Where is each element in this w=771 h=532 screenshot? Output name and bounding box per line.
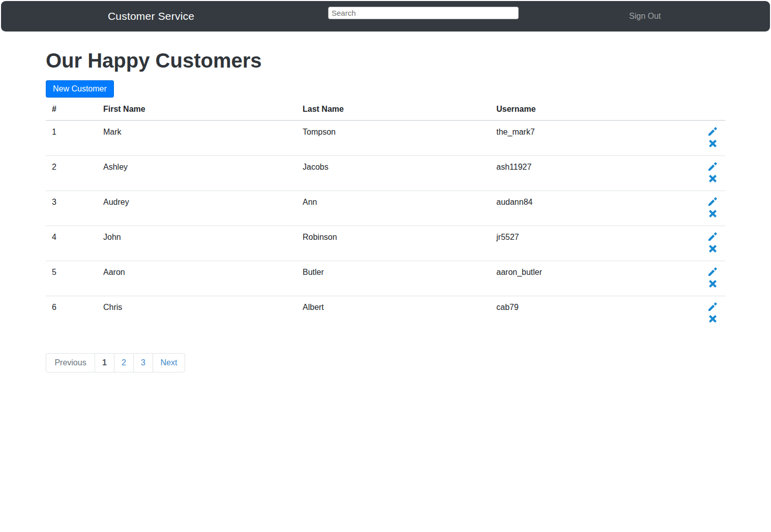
pencil-icon [708, 127, 717, 136]
cell-first-name: Audrey [97, 191, 296, 226]
cell-row-number: 4 [46, 226, 97, 261]
table-row: 5 Aaron Butler aaron_butler [46, 261, 725, 296]
cell-row-number: 2 [46, 156, 97, 191]
cell-last-name: Jacobs [296, 156, 490, 191]
cell-username: ash11927 [490, 156, 702, 191]
pagination: Previous 1 2 3 Next [46, 353, 185, 372]
delete-button[interactable] [708, 243, 717, 253]
pagination-previous[interactable]: Previous [46, 353, 95, 372]
cell-last-name: Robinson [296, 226, 490, 261]
x-icon [709, 210, 717, 217]
pencil-icon [708, 197, 717, 206]
table-header-row: # First Name Last Name Username [46, 99, 725, 120]
search-input[interactable] [328, 7, 519, 19]
sign-out-link[interactable]: Sign Out [629, 12, 661, 21]
pagination-page-1[interactable]: 1 [95, 353, 114, 372]
customers-table: # First Name Last Name Username 1 Mark T… [46, 99, 725, 331]
cell-first-name: Ashley [97, 156, 296, 191]
x-icon [709, 315, 717, 323]
pagination-page-3[interactable]: 3 [133, 353, 153, 372]
new-customer-button[interactable]: New Customer [46, 80, 114, 98]
cell-row-number: 1 [46, 120, 97, 156]
table-row: 2 Ashley Jacobs ash11927 [46, 156, 725, 191]
col-header-actions [702, 99, 725, 120]
cell-username: aaron_butler [490, 261, 702, 296]
pagination-next[interactable]: Next [153, 353, 185, 372]
x-icon [709, 140, 717, 147]
cell-first-name: Mark [97, 120, 296, 156]
delete-button[interactable] [708, 138, 717, 147]
edit-button[interactable] [708, 197, 717, 206]
cell-last-name: Albert [296, 296, 490, 331]
col-header-first-name: First Name [97, 99, 296, 120]
table-row: 1 Mark Tompson the_mark7 [46, 120, 725, 156]
edit-button[interactable] [708, 127, 717, 136]
pencil-icon [708, 267, 717, 276]
delete-button[interactable] [708, 278, 717, 288]
delete-button[interactable] [708, 173, 717, 182]
col-header-num: # [46, 99, 97, 120]
page-title: Our Happy Customers [46, 49, 725, 72]
x-icon [709, 245, 717, 253]
table-row: 4 John Robinson jr5527 [46, 226, 725, 261]
table-row: 6 Chris Albert cab79 [46, 296, 725, 331]
cell-last-name: Ann [296, 191, 490, 226]
x-icon [709, 175, 717, 182]
pagination-page-2[interactable]: 2 [114, 353, 134, 372]
cell-first-name: Aaron [97, 261, 296, 296]
edit-button[interactable] [708, 302, 717, 311]
delete-button[interactable] [708, 314, 717, 323]
pencil-icon [708, 232, 717, 241]
edit-button[interactable] [708, 162, 717, 171]
cell-last-name: Tompson [296, 120, 490, 156]
navbar: Customer Service Sign Out [1, 1, 770, 32]
x-icon [709, 280, 717, 288]
cell-username: jr5527 [490, 226, 702, 261]
cell-row-number: 6 [46, 296, 97, 331]
cell-row-number: 5 [46, 261, 97, 296]
cell-username: audann84 [490, 191, 702, 226]
edit-button[interactable] [708, 232, 717, 241]
delete-button[interactable] [708, 208, 717, 217]
main-content: Our Happy Customers New Customer # First… [46, 49, 725, 372]
col-header-username: Username [490, 99, 702, 120]
cell-last-name: Butler [296, 261, 490, 296]
cell-username: the_mark7 [490, 120, 702, 156]
pencil-icon [708, 302, 717, 311]
cell-first-name: John [97, 226, 296, 261]
cell-first-name: Chris [97, 296, 296, 331]
pencil-icon [708, 162, 717, 171]
edit-button[interactable] [708, 267, 717, 276]
table-row: 3 Audrey Ann audann84 [46, 191, 725, 226]
col-header-last-name: Last Name [296, 99, 490, 120]
cell-username: cab79 [490, 296, 702, 331]
cell-row-number: 3 [46, 191, 97, 226]
navbar-brand[interactable]: Customer Service [108, 10, 194, 22]
